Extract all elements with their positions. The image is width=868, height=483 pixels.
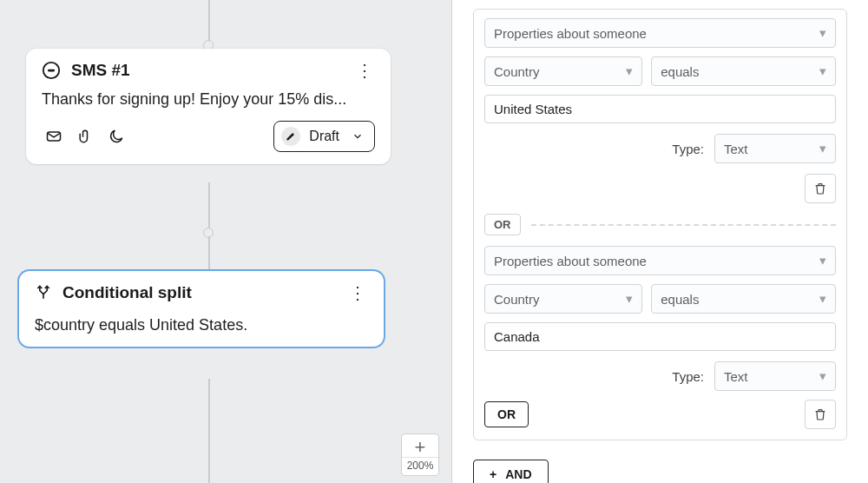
moon-icon (104, 124, 128, 149)
delete-condition-button[interactable] (805, 400, 836, 429)
select-value: Text (724, 142, 748, 156)
sms-card[interactable]: SMS #1 ⋮ Thanks for signing up! Enjoy yo… (26, 49, 391, 164)
trash-icon (813, 182, 827, 195)
operator-select[interactable]: equals ▾ (651, 56, 836, 86)
select-value: equals (661, 64, 699, 79)
sms-icon (42, 61, 61, 80)
type-select[interactable]: Text ▾ (714, 361, 836, 391)
card-menu-button[interactable]: ⋮ (354, 62, 375, 79)
connector-line (208, 0, 210, 43)
card-menu-button[interactable]: ⋮ (347, 284, 368, 301)
caret-down-icon: ▾ (626, 63, 633, 79)
status-label: Draft (309, 129, 339, 144)
sms-attributes (42, 124, 128, 149)
delete-condition-button[interactable] (805, 174, 836, 203)
field-select[interactable]: Country ▾ (484, 284, 642, 314)
card-title: SMS #1 (71, 61, 354, 80)
add-and-button[interactable]: + AND (473, 460, 549, 483)
caret-down-icon: ▾ (819, 291, 826, 307)
caret-down-icon: ▾ (819, 253, 826, 268)
caret-down-icon: ▾ (819, 368, 826, 384)
separator-line (531, 224, 837, 226)
type-select[interactable]: Text ▾ (714, 134, 836, 163)
caret-down-icon: ▾ (819, 63, 826, 79)
or-separator: OR (484, 214, 836, 235)
source-select[interactable]: Properties about someone ▾ (484, 246, 836, 275)
caret-down-icon: ▾ (819, 141, 826, 156)
svg-rect-1 (48, 69, 55, 72)
select-value: Properties about someone (494, 26, 647, 41)
trash-icon (813, 407, 827, 421)
attachment-icon (73, 124, 97, 149)
plus-icon: + (490, 467, 496, 481)
condition-group: Properties about someone ▾ Country ▾ equ… (473, 9, 847, 440)
value-input[interactable]: Canada (484, 322, 836, 351)
or-badge: OR (484, 214, 521, 235)
caret-down-icon: ▾ (626, 291, 633, 307)
select-value: equals (661, 292, 699, 307)
source-select[interactable]: Properties about someone ▾ (484, 18, 836, 48)
zoom-control: + 200% (401, 433, 439, 476)
add-or-button[interactable]: OR (484, 401, 529, 427)
connector-line (208, 236, 210, 271)
value-input[interactable]: United States (484, 95, 836, 123)
condition-editor-panel: Properties about someone ▾ Country ▾ equ… (451, 0, 868, 483)
split-icon (35, 284, 52, 301)
flow-canvas[interactable]: SMS #1 ⋮ Thanks for signing up! Enjoy yo… (0, 0, 451, 483)
select-value: Properties about someone (494, 254, 647, 268)
caret-down-icon: ▾ (819, 25, 826, 41)
type-label: Type: (672, 142, 704, 156)
conditional-split-card[interactable]: Conditional split ⋮ $country equals Unit… (19, 271, 384, 347)
select-value: Text (724, 369, 748, 384)
zoom-value: 200% (402, 457, 438, 475)
type-label: Type: (672, 369, 704, 384)
field-select[interactable]: Country ▾ (484, 56, 642, 86)
envelope-icon (42, 124, 66, 149)
operator-select[interactable]: equals ▾ (651, 284, 836, 314)
card-body: $country equals United States. (35, 316, 368, 334)
connector-line (208, 379, 210, 483)
connector-line (208, 182, 210, 230)
zoom-in-button[interactable]: + (402, 434, 438, 457)
select-value: Country (494, 292, 540, 307)
select-value: Country (494, 64, 540, 79)
card-title: Conditional split (62, 283, 347, 302)
card-body: Thanks for signing up! Enjoy your 15% di… (42, 90, 375, 109)
pencil-icon (281, 127, 300, 146)
chevron-down-icon (352, 130, 364, 142)
status-dropdown[interactable]: Draft (273, 121, 375, 152)
